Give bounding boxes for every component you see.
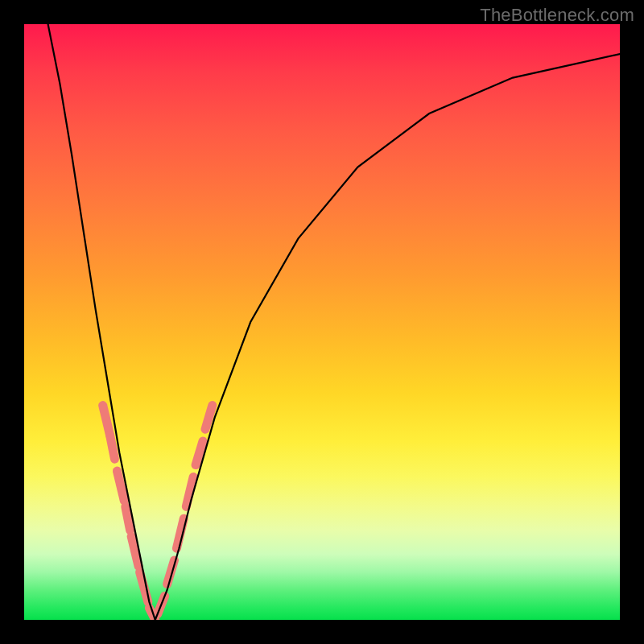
chart-frame: TheBottleneck.com: [0, 0, 644, 644]
left-salmon-seg-0: [103, 406, 110, 436]
left-curve: [48, 24, 155, 620]
left-salmon-seg-3: [126, 506, 130, 530]
curves-svg: [24, 24, 620, 620]
watermark-text: TheBottleneck.com: [480, 5, 634, 26]
right-curve: [155, 54, 620, 620]
salmon-highlights: [103, 406, 213, 620]
right-salmon-seg-5: [205, 406, 213, 430]
left-salmon-seg-1: [110, 436, 115, 460]
plot-area: [24, 24, 620, 620]
